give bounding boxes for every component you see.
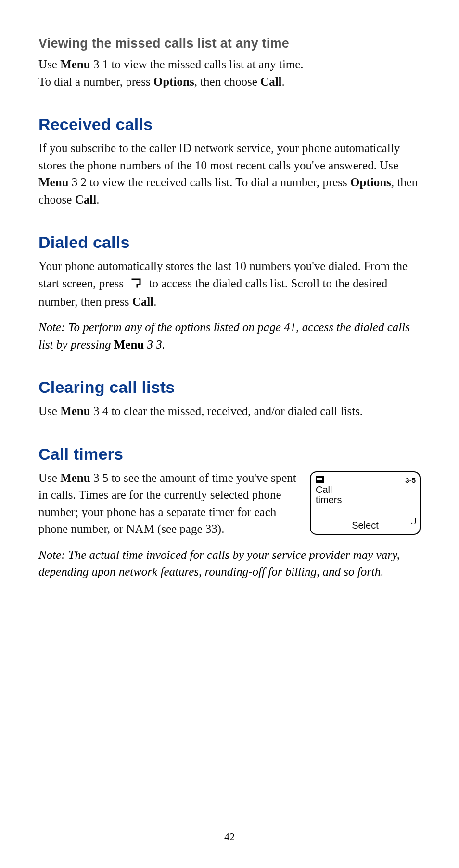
bold-menu: Menu bbox=[114, 338, 144, 351]
heading-received: Received calls bbox=[38, 115, 421, 134]
bold-call: Call bbox=[260, 75, 281, 88]
text: Note: To perform any of the options list… bbox=[38, 321, 410, 351]
screen-title-line2: timers bbox=[316, 494, 342, 505]
bold-menu: Menu bbox=[60, 58, 90, 71]
section-call-timers: Call timers Call timers 3-5 Select Use M bbox=[38, 445, 421, 581]
text: 3 2 to view the received calls list. To … bbox=[69, 176, 351, 189]
section-missed-calls: Viewing the missed calls list at any tim… bbox=[38, 36, 421, 90]
bold-options: Options bbox=[350, 176, 391, 189]
screen-index: 3-5 bbox=[405, 476, 416, 484]
send-key-icon bbox=[129, 276, 143, 293]
text: 3 1 to view the missed calls list at any… bbox=[90, 58, 304, 71]
paragraph-missed-1: Use Menu 3 1 to view the missed calls li… bbox=[38, 56, 421, 73]
bold-options: Options bbox=[153, 75, 194, 88]
screen-softkey: Select bbox=[311, 520, 420, 531]
screen-title-line1: Call bbox=[316, 484, 332, 495]
heading-timers: Call timers bbox=[38, 445, 421, 464]
text: Use bbox=[38, 471, 60, 484]
paragraph-dialed: Your phone automatically stores the last… bbox=[38, 258, 421, 310]
section-clearing-lists: Clearing call lists Use Menu 3 4 to clea… bbox=[38, 378, 421, 420]
section-received-calls: Received calls If you subscribe to the c… bbox=[38, 115, 421, 208]
phone-screen: Call timers 3-5 Select bbox=[310, 471, 421, 535]
heading-dialed: Dialed calls bbox=[38, 233, 421, 252]
text: To dial a number, press bbox=[38, 75, 153, 88]
text: Use bbox=[38, 404, 60, 417]
bold-menu: Menu bbox=[38, 176, 69, 189]
text: 3 4 to clear the missed, received, and/o… bbox=[90, 404, 363, 417]
note-timers: Note: The actual time invoiced for calls… bbox=[38, 546, 421, 581]
bold-call: Call bbox=[75, 193, 96, 206]
phone-screen-figure: Call timers 3-5 Select bbox=[310, 471, 421, 535]
text: . bbox=[153, 295, 156, 308]
screen-title: Call timers bbox=[316, 485, 342, 505]
text: If you subscribe to the caller ID networ… bbox=[38, 142, 400, 172]
text: . bbox=[96, 193, 99, 206]
text: Use bbox=[38, 58, 60, 71]
bold-call: Call bbox=[132, 295, 153, 308]
screen-scrollbar bbox=[412, 487, 416, 524]
bold-menu: Menu bbox=[60, 471, 90, 484]
screen-top-row: Call timers 3-5 bbox=[316, 476, 416, 505]
heading-clearing: Clearing call lists bbox=[38, 378, 421, 397]
page-number: 42 bbox=[0, 830, 459, 843]
subheading-missed: Viewing the missed calls list at any tim… bbox=[38, 36, 421, 51]
paragraph-clearing: Use Menu 3 4 to clear the missed, receiv… bbox=[38, 402, 421, 420]
text: 3 3. bbox=[144, 338, 165, 351]
note-dialed: Note: To perform any of the options list… bbox=[38, 319, 421, 353]
text: , then choose bbox=[194, 75, 260, 88]
menu-icon bbox=[316, 476, 324, 483]
text: . bbox=[282, 75, 285, 88]
paragraph-missed-2: To dial a number, press Options, then ch… bbox=[38, 73, 421, 91]
bold-menu: Menu bbox=[60, 404, 90, 417]
screen-left: Call timers bbox=[316, 476, 342, 505]
paragraph-received: If you subscribe to the caller ID networ… bbox=[38, 140, 421, 208]
section-dialed-calls: Dialed calls Your phone automatically st… bbox=[38, 233, 421, 353]
